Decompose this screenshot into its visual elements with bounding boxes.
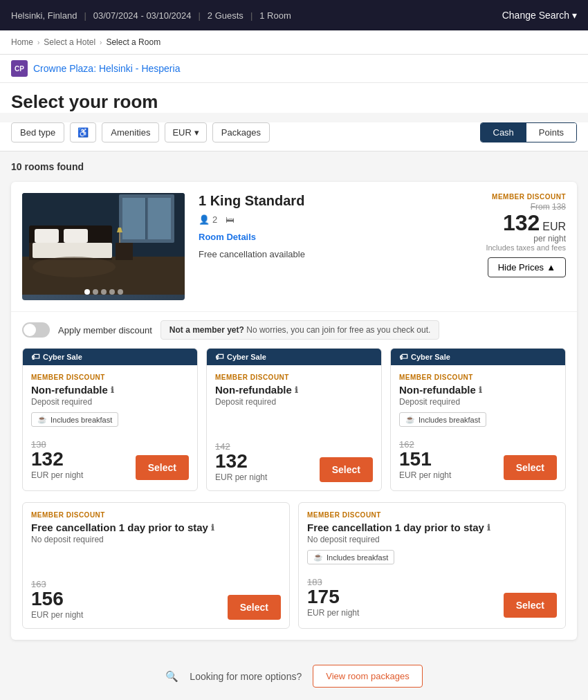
- rate-title-3: Non-refundable ℹ: [399, 384, 557, 396]
- hide-prices-button[interactable]: Hide Prices ▲: [488, 257, 566, 277]
- page-title: Select your room: [11, 91, 577, 113]
- member-discount-label: MEMBER DISCOUNT: [455, 193, 566, 201]
- more-options-bar: 🔍 Looking for more options? View room pa…: [0, 651, 588, 700]
- tag-icon: 🏷: [399, 352, 407, 362]
- rate-member-label-4: MEMBER DISCOUNT: [31, 511, 281, 519]
- rate-deposit-3: Deposit required: [399, 397, 557, 407]
- view-packages-button[interactable]: View room packages: [313, 665, 422, 688]
- svg-rect-9: [35, 229, 59, 243]
- rate-member-label-2: MEMBER DISCOUNT: [215, 374, 373, 381]
- rate-title-1: Non-refundable ℹ: [31, 384, 189, 396]
- bed-type-filter[interactable]: Bed type: [11, 122, 64, 142]
- member-discount-toggle[interactable]: [22, 322, 50, 338]
- payment-toggle: Cash Points: [480, 122, 578, 142]
- breadcrumb-home[interactable]: Home: [11, 37, 33, 47]
- hotel-logo: CP: [11, 60, 28, 77]
- room-price-main: 132 EUR: [455, 212, 566, 234]
- guests: 2 Guests: [208, 10, 244, 21]
- coffee-icon-1: ☕: [37, 415, 47, 424]
- rate-cards-row1: 🏷 Cyber Sale MEMBER DISCOUNT Non-refunda…: [11, 348, 577, 502]
- rate-currency-3: EUR per night: [399, 470, 451, 480]
- svg-rect-12: [116, 243, 133, 260]
- rate-deposit-4: No deposit required: [31, 535, 281, 544]
- select-button-1[interactable]: Select: [136, 455, 189, 480]
- rate-new-price-5: 175: [307, 587, 359, 607]
- breadcrumb-select-hotel[interactable]: Select a Hotel: [44, 37, 95, 47]
- top-bar: Helsinki, Finland | 03/07/2024 - 03/10/2…: [0, 0, 588, 30]
- looking-for-more: Looking for more options?: [190, 671, 302, 682]
- rate-currency-4: EUR per night: [31, 610, 83, 620]
- dates: 03/07/2024 - 03/10/2024: [93, 10, 192, 21]
- room-meta: 👤 2 🛏: [199, 214, 441, 225]
- rate-card-4: MEMBER DISCOUNT Free cancellation 1 day …: [22, 502, 290, 629]
- svg-rect-10: [64, 229, 88, 243]
- select-button-5[interactable]: Select: [504, 593, 557, 618]
- rate-member-label-5: MEMBER DISCOUNT: [307, 511, 557, 519]
- rate-deposit-5: No deposit required: [307, 535, 557, 544]
- cyber-sale-badge-3: 🏷 Cyber Sale: [391, 349, 565, 365]
- breakfast-badge-5: ☕ Includes breakfast: [307, 550, 394, 564]
- accessible-filter[interactable]: ♿: [70, 122, 96, 142]
- info-icon-5[interactable]: ℹ: [487, 523, 490, 533]
- points-button[interactable]: Points: [526, 123, 576, 142]
- change-search-button[interactable]: Change Search ▾: [502, 10, 577, 21]
- chevron-down-icon: ▾: [572, 10, 577, 21]
- room-info: 1 King Standard 👤 2 🛏 Room Details Free …: [199, 193, 441, 300]
- info-icon-4[interactable]: ℹ: [211, 523, 214, 533]
- per-night-label: per night: [455, 234, 566, 243]
- rate-new-price-4: 156: [31, 589, 83, 609]
- info-icon-1[interactable]: ℹ: [111, 385, 114, 395]
- rate-deposit-1: Deposit required: [31, 397, 189, 407]
- cash-button[interactable]: Cash: [481, 123, 526, 142]
- rate-currency-1: EUR per night: [31, 470, 83, 480]
- amenities-filter[interactable]: Amenities: [102, 122, 159, 142]
- rate-deposit-2: Deposit required: [215, 397, 373, 407]
- room-card: 1 King Standard 👤 2 🛏 Room Details Free …: [11, 182, 577, 640]
- svg-rect-5: [148, 198, 171, 239]
- info-icon-2[interactable]: ℹ: [295, 385, 298, 395]
- breakfast-badge-1: ☕ Includes breakfast: [31, 412, 118, 427]
- room-price-area: MEMBER DISCOUNT From 138 132 EUR per nig…: [455, 193, 566, 300]
- cyber-sale-badge-1: 🏷 Cyber Sale: [23, 349, 197, 365]
- select-button-4[interactable]: Select: [228, 595, 281, 620]
- person-icon: 👤: [199, 214, 210, 225]
- search-icon: 🔍: [165, 670, 178, 683]
- currency-selector[interactable]: EUR ▾: [165, 122, 206, 142]
- rooms: 1 Room: [259, 10, 291, 21]
- chevron-up-icon: ▲: [546, 262, 555, 273]
- rate-new-price-2: 132: [215, 452, 267, 471]
- svg-rect-13: [119, 232, 120, 243]
- coffee-icon-5: ☕: [313, 553, 323, 562]
- page-title-area: Select your room: [0, 83, 588, 113]
- rate-card-1: 🏷 Cyber Sale MEMBER DISCOUNT Non-refunda…: [22, 348, 198, 491]
- image-dots: [84, 289, 123, 295]
- cyber-sale-badge-2: 🏷 Cyber Sale: [207, 349, 381, 365]
- location: Helsinki, Finland: [11, 10, 77, 21]
- tag-icon: 🏷: [31, 352, 39, 362]
- rate-title-2: Non-refundable ℹ: [215, 384, 373, 396]
- rate-currency-5: EUR per night: [307, 608, 359, 618]
- top-bar-info: Helsinki, Finland | 03/07/2024 - 03/10/2…: [11, 10, 502, 21]
- apply-discount-label: Apply member discount: [58, 325, 152, 335]
- room-image: [22, 193, 185, 300]
- breadcrumb-current: Select a Room: [106, 37, 160, 47]
- filter-bar: Bed type ♿ Amenities EUR ▾ Packages Cash…: [0, 122, 588, 151]
- bed-icon-meta: 🛏: [226, 214, 235, 225]
- select-button-3[interactable]: Select: [504, 455, 557, 480]
- rate-new-price-3: 151: [399, 450, 451, 469]
- includes-tax: Includes taxes and fees: [455, 243, 566, 252]
- room-details-link[interactable]: Room Details: [199, 232, 441, 242]
- hotel-name-link[interactable]: Crowne Plaza: Helsinki - Hesperia: [33, 63, 180, 74]
- rate-currency-2: EUR per night: [215, 472, 267, 482]
- packages-filter[interactable]: Packages: [212, 122, 270, 142]
- chevron-down-icon: ▾: [194, 127, 199, 138]
- rate-member-label-1: MEMBER DISCOUNT: [31, 374, 189, 381]
- select-button-2[interactable]: Select: [320, 457, 373, 482]
- price-value: 132: [503, 210, 540, 235]
- rate-title-5: Free cancellation 1 day prior to stay ℹ: [307, 522, 557, 533]
- info-icon-3[interactable]: ℹ: [479, 385, 482, 395]
- rate-card-5: MEMBER DISCOUNT Free cancellation 1 day …: [298, 502, 566, 629]
- rate-member-label-3: MEMBER DISCOUNT: [399, 374, 557, 381]
- tag-icon: 🏷: [215, 352, 223, 362]
- member-toggle-bar: Apply member discount Not a member yet? …: [11, 311, 577, 348]
